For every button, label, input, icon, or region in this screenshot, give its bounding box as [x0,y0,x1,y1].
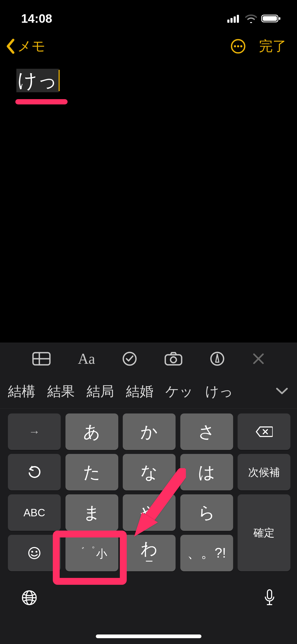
format-icon[interactable]: Aa [78,350,95,367]
undo-icon [27,465,41,479]
cellular-icon [227,14,241,23]
candidate[interactable]: 結婚 [126,382,153,401]
nav-bar: メモ 完了 [0,32,297,63]
key-grid: → あ か さ た な は 次候補 ABC ま や ら 確定 ゛゜小 わ ー 、… [0,409,297,574]
notes-toolbar: Aa [0,343,297,374]
svg-point-9 [237,45,239,47]
svg-point-10 [240,45,242,47]
svg-point-20 [36,551,37,553]
key-na[interactable]: な [123,454,176,490]
key-small-dakuten[interactable]: ゛゜小 [65,535,118,571]
svg-point-18 [29,548,40,559]
svg-rect-1 [230,18,233,23]
key-sa[interactable]: さ [180,413,233,450]
keyboard-bottom-bar [0,574,297,614]
globe-icon[interactable] [21,590,37,606]
close-icon[interactable] [252,352,265,365]
back-label: メモ [17,37,45,56]
home-indicator[interactable] [96,634,201,638]
svg-point-8 [234,45,236,47]
backspace-icon [255,426,273,438]
done-button[interactable]: 完了 [259,37,286,56]
svg-rect-0 [227,20,229,23]
camera-icon[interactable] [164,352,183,366]
back-button[interactable]: メモ [5,37,45,56]
annotation-underline [15,99,68,104]
chevron-down-icon [275,387,289,395]
key-ka[interactable]: か [123,413,176,450]
status-icons [227,14,281,23]
key-punctuation[interactable]: 、。?! [180,535,233,571]
note-editor[interactable]: けっ [0,63,297,110]
key-wa[interactable]: わ ー [123,535,176,571]
draw-icon[interactable] [210,351,225,366]
expand-candidates[interactable] [273,384,291,399]
svg-rect-6 [279,17,280,20]
svg-point-16 [171,357,176,363]
candidate[interactable]: 結果 [47,382,75,401]
candidate-bar: 結構 結果 結局 結婚 ケッ けっ [0,374,297,409]
status-time: 14:08 [21,11,52,26]
mic-icon[interactable] [263,589,276,607]
battery-icon [261,14,281,23]
key-ra[interactable]: ら [180,494,233,531]
table-icon[interactable] [32,352,51,366]
key-abc[interactable]: ABC [8,494,61,531]
key-confirm[interactable]: 確定 [238,494,290,571]
svg-point-19 [31,551,33,553]
composing-text: けっ [16,69,59,92]
key-undo[interactable] [8,454,61,490]
candidate[interactable]: 結構 [8,382,35,401]
svg-rect-5 [263,16,277,21]
key-ya[interactable]: や [123,494,176,531]
candidate[interactable]: 結局 [87,382,114,401]
more-icon[interactable] [230,39,246,54]
candidate[interactable]: けっ [205,382,233,401]
checklist-icon[interactable] [122,351,137,366]
emoji-icon [28,546,41,560]
key-next-candidate[interactable]: 次候補 [238,454,290,490]
key-ma[interactable]: ま [65,494,118,531]
key-backspace[interactable] [238,413,290,450]
svg-rect-2 [234,16,236,23]
key-emoji[interactable] [8,535,61,571]
key-ha[interactable]: は [180,454,233,490]
candidate[interactable]: ケッ [165,382,193,401]
key-ta[interactable]: た [65,454,118,490]
wifi-icon [245,14,257,23]
status-bar: 14:08 [0,0,297,32]
key-a[interactable]: あ [65,413,118,450]
svg-rect-3 [237,15,239,23]
svg-rect-24 [267,590,272,599]
chevron-left-icon [5,38,16,54]
keyboard: 結構 結果 結局 結婚 ケッ けっ → あ か さ た な は 次候補 ABC … [0,374,297,644]
key-arrow-right[interactable]: → [8,413,61,450]
